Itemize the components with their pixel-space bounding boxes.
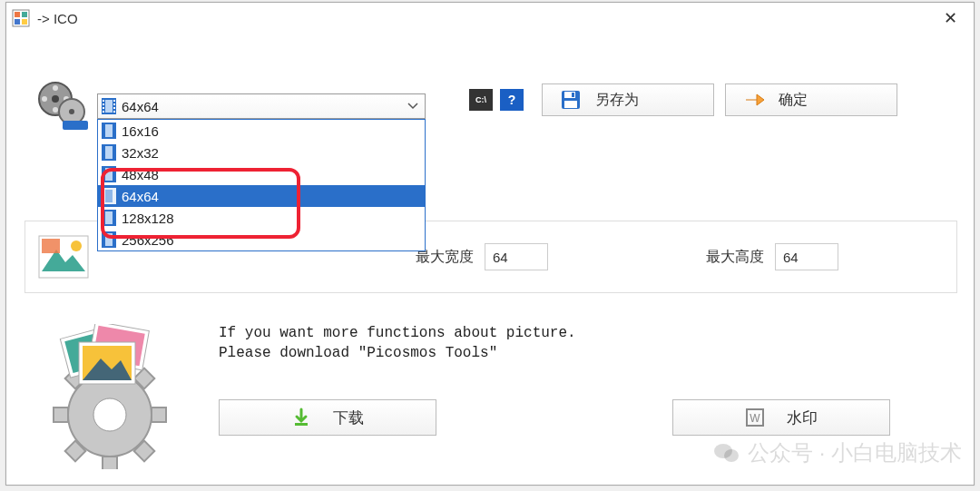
- svg-rect-38: [572, 93, 574, 97]
- svg-rect-48: [54, 408, 68, 422]
- max-height-label: 最大高度: [706, 248, 764, 267]
- max-width-group: 最大宽度: [416, 243, 548, 270]
- download-icon: [291, 408, 311, 427]
- size-option[interactable]: 16x16: [98, 120, 425, 142]
- max-width-input[interactable]: [485, 243, 548, 270]
- film-strip-icon: [102, 98, 116, 114]
- svg-rect-49: [152, 408, 166, 422]
- gear-photos-icon: [37, 324, 182, 469]
- svg-rect-23: [113, 111, 115, 113]
- window: -> ICO ✕ 64x64: [5, 2, 975, 486]
- option-label: 64x64: [122, 189, 159, 204]
- film-strip-icon: [102, 144, 116, 161]
- svg-rect-2: [22, 12, 27, 17]
- svg-rect-25: [105, 124, 113, 137]
- svg-rect-27: [105, 146, 113, 159]
- svg-rect-31: [105, 190, 113, 202]
- watermark-button[interactable]: W 水印: [672, 399, 890, 436]
- chevron-down-icon: [405, 100, 421, 113]
- svg-point-7: [53, 85, 58, 91]
- svg-rect-61: [295, 423, 308, 426]
- svg-rect-47: [103, 457, 117, 469]
- download-label: 下载: [333, 408, 364, 428]
- svg-rect-19: [103, 111, 104, 113]
- watermark-icon: W: [745, 408, 765, 427]
- option-label: 32x32: [122, 145, 159, 161]
- download-button[interactable]: 下载: [219, 399, 436, 436]
- svg-rect-4: [22, 19, 27, 25]
- floppy-icon: [561, 90, 581, 110]
- size-option[interactable]: 128x128: [98, 207, 425, 229]
- film-strip-icon: [102, 123, 116, 139]
- film-strip-icon: [102, 231, 116, 248]
- promo-line2: Please download "Picosmos Tools": [219, 344, 890, 364]
- content-area: 64x64 16x16 32x32 48x48 64x64 128x128 25…: [6, 34, 974, 485]
- svg-rect-16: [103, 100, 104, 102]
- save-as-button[interactable]: 另存为: [542, 83, 714, 116]
- promo-line1: If you want more functions about picture…: [219, 324, 890, 344]
- svg-rect-43: [42, 239, 60, 253]
- svg-rect-35: [105, 233, 113, 246]
- option-label: 256x256: [122, 232, 174, 248]
- film-strip-icon: [102, 210, 116, 226]
- picture-icon: [38, 235, 89, 279]
- watermark-label: 水印: [787, 408, 818, 428]
- svg-rect-20: [113, 100, 115, 102]
- option-label: 16x16: [122, 123, 159, 139]
- svg-rect-17: [103, 103, 104, 105]
- svg-rect-21: [113, 103, 115, 105]
- svg-rect-33: [105, 211, 113, 224]
- size-dropdown: 16x16 32x32 48x48 64x64 128x128 256x256: [97, 119, 426, 251]
- svg-rect-13: [63, 121, 88, 130]
- option-label: 48x48: [122, 167, 159, 182]
- option-label: 128x128: [122, 211, 174, 226]
- svg-point-8: [53, 107, 58, 113]
- top-buttons: C:\ ? 另存为 确定: [469, 83, 897, 116]
- size-option[interactable]: 32x32: [98, 142, 425, 163]
- size-option[interactable]: 64x64: [98, 185, 425, 207]
- promo-text: If you want more functions about picture…: [219, 324, 890, 363]
- promo-area: If you want more functions about picture…: [37, 324, 890, 469]
- svg-point-45: [93, 398, 126, 431]
- combobox-value: 64x64: [122, 99, 405, 114]
- svg-rect-1: [15, 12, 20, 17]
- save-as-label: 另存为: [595, 91, 639, 110]
- svg-rect-3: [15, 19, 20, 25]
- top-row: 64x64 16x16 32x32 48x48 64x64 128x128 25…: [35, 79, 426, 133]
- svg-text:W: W: [750, 412, 760, 425]
- cmd-icon[interactable]: C:\: [469, 89, 493, 111]
- svg-rect-22: [113, 107, 115, 109]
- max-height-input[interactable]: [775, 243, 838, 270]
- promo-block: If you want more functions about picture…: [219, 324, 890, 436]
- ok-label: 确定: [779, 91, 808, 110]
- max-height-group: 最大高度: [706, 243, 838, 270]
- svg-point-12: [69, 109, 74, 114]
- svg-rect-39: [564, 101, 577, 108]
- size-combobox[interactable]: 64x64 16x16 32x32 48x48 64x64 128x128 25…: [97, 93, 426, 119]
- arrow-right-icon: [744, 90, 764, 110]
- svg-rect-18: [103, 107, 104, 109]
- svg-rect-29: [105, 168, 113, 181]
- svg-point-42: [71, 241, 82, 251]
- ok-button[interactable]: 确定: [725, 83, 897, 116]
- svg-point-6: [52, 95, 59, 103]
- svg-point-9: [42, 96, 47, 102]
- film-strip-icon: [102, 166, 116, 182]
- titlebar: -> ICO ✕: [6, 3, 974, 34]
- svg-rect-15: [105, 100, 113, 113]
- app-icon: [12, 9, 30, 27]
- reel-icon: [35, 79, 90, 133]
- size-option[interactable]: 48x48: [98, 163, 425, 185]
- close-button[interactable]: ✕: [932, 5, 968, 32]
- close-icon: ✕: [944, 8, 957, 28]
- film-strip-icon: [102, 188, 116, 204]
- help-icon[interactable]: ?: [500, 89, 524, 111]
- window-title: -> ICO: [37, 11, 78, 26]
- size-option[interactable]: 256x256: [98, 229, 425, 250]
- promo-buttons: 下载 W 水印: [219, 399, 890, 436]
